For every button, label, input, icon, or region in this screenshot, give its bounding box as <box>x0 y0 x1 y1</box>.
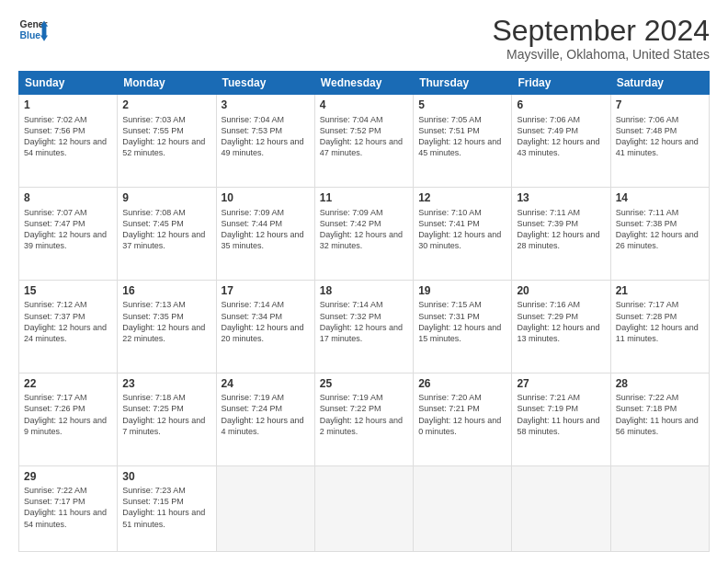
day-number: 21 <box>616 284 704 299</box>
day-number: 18 <box>320 284 408 299</box>
day-number: 22 <box>24 377 112 392</box>
day-cell: 16Sunrise: 7:13 AMSunset: 7:35 PMDayligh… <box>118 280 216 373</box>
day-cell: 29Sunrise: 7:22 AMSunset: 7:17 PMDayligh… <box>19 465 118 552</box>
day-info: Sunrise: 7:21 AMSunset: 7:19 PMDaylight:… <box>517 392 605 437</box>
day-cell: 23Sunrise: 7:18 AMSunset: 7:25 PMDayligh… <box>118 373 216 465</box>
day-number: 13 <box>517 191 605 206</box>
svg-text:Blue: Blue <box>20 30 41 40</box>
page: General Blue September 2024 Maysville, O… <box>0 0 728 563</box>
day-info: Sunrise: 7:08 AMSunset: 7:45 PMDaylight:… <box>122 207 210 252</box>
day-info: Sunrise: 7:06 AMSunset: 7:48 PMDaylight:… <box>616 114 704 159</box>
col-header-tuesday: Tuesday <box>216 72 314 95</box>
day-number: 3 <box>222 98 310 113</box>
day-cell: 11Sunrise: 7:09 AMSunset: 7:42 PMDayligh… <box>314 188 413 281</box>
day-cell: 25Sunrise: 7:19 AMSunset: 7:22 PMDayligh… <box>314 373 413 465</box>
day-number: 7 <box>616 98 704 113</box>
col-header-thursday: Thursday <box>414 72 512 95</box>
day-info: Sunrise: 7:15 AMSunset: 7:31 PMDaylight:… <box>418 299 506 344</box>
day-info: Sunrise: 7:07 AMSunset: 7:47 PMDaylight:… <box>24 207 112 252</box>
day-cell: 2Sunrise: 7:03 AMSunset: 7:55 PMDaylight… <box>118 95 216 188</box>
day-number: 10 <box>222 191 310 206</box>
day-info: Sunrise: 7:18 AMSunset: 7:25 PMDaylight:… <box>122 392 210 437</box>
day-info: Sunrise: 7:04 AMSunset: 7:52 PMDaylight:… <box>320 114 408 159</box>
col-header-friday: Friday <box>512 72 610 95</box>
logo: General Blue <box>18 15 48 44</box>
day-number: 26 <box>418 377 506 392</box>
day-number: 30 <box>122 470 210 485</box>
day-number: 12 <box>418 191 506 206</box>
day-info: Sunrise: 7:06 AMSunset: 7:49 PMDaylight:… <box>517 114 605 159</box>
day-info: Sunrise: 7:19 AMSunset: 7:22 PMDaylight:… <box>320 392 408 437</box>
day-cell: 22Sunrise: 7:17 AMSunset: 7:26 PMDayligh… <box>19 373 118 465</box>
day-info: Sunrise: 7:16 AMSunset: 7:29 PMDaylight:… <box>517 299 605 344</box>
calendar-header-row: SundayMondayTuesdayWednesdayThursdayFrid… <box>19 72 710 95</box>
day-cell <box>610 465 709 552</box>
day-cell: 15Sunrise: 7:12 AMSunset: 7:37 PMDayligh… <box>19 280 118 373</box>
day-info: Sunrise: 7:05 AMSunset: 7:51 PMDaylight:… <box>418 114 506 159</box>
day-cell: 19Sunrise: 7:15 AMSunset: 7:31 PMDayligh… <box>414 280 512 373</box>
logo-icon: General Blue <box>18 15 48 44</box>
day-number: 15 <box>24 284 112 299</box>
day-cell: 13Sunrise: 7:11 AMSunset: 7:39 PMDayligh… <box>512 188 610 281</box>
col-header-wednesday: Wednesday <box>314 72 413 95</box>
day-cell: 14Sunrise: 7:11 AMSunset: 7:38 PMDayligh… <box>610 188 709 281</box>
col-header-monday: Monday <box>118 72 216 95</box>
day-info: Sunrise: 7:17 AMSunset: 7:28 PMDaylight:… <box>616 299 704 344</box>
day-cell: 1Sunrise: 7:02 AMSunset: 7:56 PMDaylight… <box>19 95 118 188</box>
col-header-saturday: Saturday <box>610 72 709 95</box>
day-cell: 20Sunrise: 7:16 AMSunset: 7:29 PMDayligh… <box>512 280 610 373</box>
day-info: Sunrise: 7:19 AMSunset: 7:24 PMDaylight:… <box>222 392 310 437</box>
day-cell <box>216 465 314 552</box>
day-cell: 28Sunrise: 7:22 AMSunset: 7:18 PMDayligh… <box>610 373 709 465</box>
day-cell: 3Sunrise: 7:04 AMSunset: 7:53 PMDaylight… <box>216 95 314 188</box>
day-info: Sunrise: 7:17 AMSunset: 7:26 PMDaylight:… <box>24 392 112 437</box>
day-cell: 12Sunrise: 7:10 AMSunset: 7:41 PMDayligh… <box>414 188 512 281</box>
day-number: 27 <box>517 377 605 392</box>
day-cell: 10Sunrise: 7:09 AMSunset: 7:44 PMDayligh… <box>216 188 314 281</box>
day-number: 24 <box>222 377 310 392</box>
day-number: 11 <box>320 191 408 206</box>
week-row-5: 29Sunrise: 7:22 AMSunset: 7:17 PMDayligh… <box>19 465 710 552</box>
day-info: Sunrise: 7:02 AMSunset: 7:56 PMDaylight:… <box>24 114 112 159</box>
day-cell: 9Sunrise: 7:08 AMSunset: 7:45 PMDaylight… <box>118 188 216 281</box>
day-number: 16 <box>122 284 210 299</box>
day-number: 25 <box>320 377 408 392</box>
week-row-4: 22Sunrise: 7:17 AMSunset: 7:26 PMDayligh… <box>19 373 710 465</box>
day-cell: 5Sunrise: 7:05 AMSunset: 7:51 PMDaylight… <box>414 95 512 188</box>
day-cell: 26Sunrise: 7:20 AMSunset: 7:21 PMDayligh… <box>414 373 512 465</box>
col-header-sunday: Sunday <box>19 72 118 95</box>
calendar-table: SundayMondayTuesdayWednesdayThursdayFrid… <box>18 71 710 552</box>
day-number: 14 <box>616 191 704 206</box>
day-cell: 27Sunrise: 7:21 AMSunset: 7:19 PMDayligh… <box>512 373 610 465</box>
day-number: 5 <box>418 98 506 113</box>
day-info: Sunrise: 7:23 AMSunset: 7:15 PMDaylight:… <box>122 485 210 530</box>
day-info: Sunrise: 7:22 AMSunset: 7:18 PMDaylight:… <box>616 392 704 437</box>
day-cell: 18Sunrise: 7:14 AMSunset: 7:32 PMDayligh… <box>314 280 413 373</box>
day-info: Sunrise: 7:09 AMSunset: 7:44 PMDaylight:… <box>222 207 310 252</box>
day-number: 17 <box>222 284 310 299</box>
day-cell: 24Sunrise: 7:19 AMSunset: 7:24 PMDayligh… <box>216 373 314 465</box>
main-title: September 2024 <box>492 15 710 47</box>
day-cell <box>314 465 413 552</box>
title-block: September 2024 Maysville, Oklahoma, Unit… <box>492 15 710 62</box>
day-info: Sunrise: 7:03 AMSunset: 7:55 PMDaylight:… <box>122 114 210 159</box>
day-info: Sunrise: 7:11 AMSunset: 7:38 PMDaylight:… <box>616 207 704 252</box>
day-info: Sunrise: 7:14 AMSunset: 7:32 PMDaylight:… <box>320 299 408 344</box>
day-cell: 7Sunrise: 7:06 AMSunset: 7:48 PMDaylight… <box>610 95 709 188</box>
day-number: 29 <box>24 470 112 485</box>
day-info: Sunrise: 7:11 AMSunset: 7:39 PMDaylight:… <box>517 207 605 252</box>
day-number: 28 <box>616 377 704 392</box>
day-cell: 4Sunrise: 7:04 AMSunset: 7:52 PMDaylight… <box>314 95 413 188</box>
day-number: 8 <box>24 191 112 206</box>
day-info: Sunrise: 7:10 AMSunset: 7:41 PMDaylight:… <box>418 207 506 252</box>
day-info: Sunrise: 7:22 AMSunset: 7:17 PMDaylight:… <box>24 485 112 530</box>
day-number: 2 <box>122 98 210 113</box>
week-row-2: 8Sunrise: 7:07 AMSunset: 7:47 PMDaylight… <box>19 188 710 281</box>
day-info: Sunrise: 7:12 AMSunset: 7:37 PMDaylight:… <box>24 299 112 344</box>
day-cell: 17Sunrise: 7:14 AMSunset: 7:34 PMDayligh… <box>216 280 314 373</box>
day-number: 6 <box>517 98 605 113</box>
day-cell <box>512 465 610 552</box>
day-cell: 21Sunrise: 7:17 AMSunset: 7:28 PMDayligh… <box>610 280 709 373</box>
day-info: Sunrise: 7:09 AMSunset: 7:42 PMDaylight:… <box>320 207 408 252</box>
day-info: Sunrise: 7:13 AMSunset: 7:35 PMDaylight:… <box>122 299 210 344</box>
